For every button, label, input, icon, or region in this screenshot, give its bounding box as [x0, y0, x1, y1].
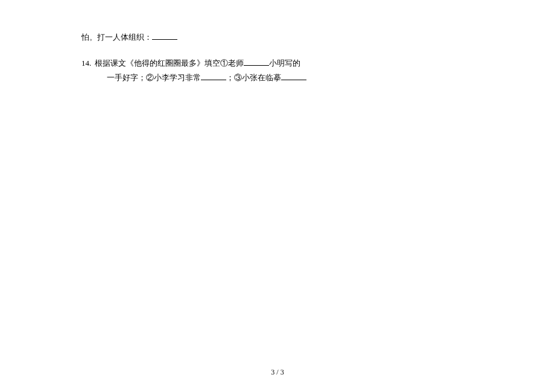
question-line-2: 一手好字；②小李学习非常；③小张在临摹 [95, 71, 468, 86]
text-segment: 一手好字；②小李学习非常 [107, 73, 201, 82]
question-13-fragment: 怕。打一人体组织： [81, 30, 468, 45]
fill-blank[interactable] [244, 58, 269, 66]
document-body: 怕。打一人体组织： 14. 根据课文《他得的红圈圈最多》填空①老师小明写的 一手… [0, 0, 555, 86]
question-number: 14. [81, 56, 91, 86]
question-text: 根据课文《他得的红圈圈最多》填空①老师小明写的 一手好字；②小李学习非常；③小张… [95, 56, 468, 86]
question-14: 14. 根据课文《他得的红圈圈最多》填空①老师小明写的 一手好字；②小李学习非常… [81, 56, 468, 86]
fill-blank[interactable] [281, 72, 306, 80]
question-line-1: 根据课文《他得的红圈圈最多》填空①老师小明写的 [95, 56, 468, 71]
text-segment: 小明写的 [269, 58, 300, 68]
text-segment: ；③小张在临摹 [226, 73, 281, 82]
fill-blank[interactable] [201, 72, 226, 80]
text-segment: 根据课文《他得的红圈圈最多》填空①老师 [95, 58, 244, 68]
page-number: 3 / 3 [271, 368, 284, 376]
page-footer: 3 / 3 [0, 368, 555, 377]
question-text-fragment: 怕。打一人体组织： [81, 33, 152, 42]
fill-blank[interactable] [152, 32, 177, 40]
